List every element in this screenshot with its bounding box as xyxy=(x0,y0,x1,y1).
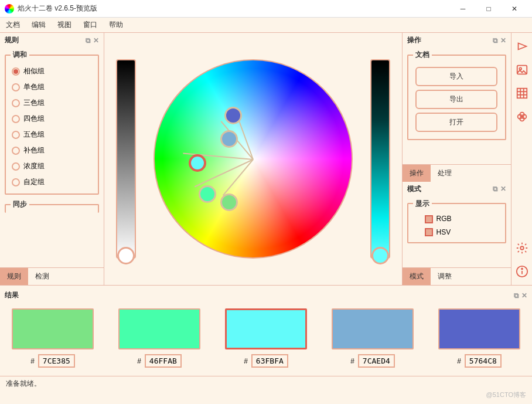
close-panel-icon[interactable]: ✕ xyxy=(500,185,506,193)
close-panel-icon[interactable]: ✕ xyxy=(521,291,527,300)
image-tool-icon[interactable] xyxy=(514,62,530,77)
slider-thumb[interactable] xyxy=(117,247,135,264)
radio-icon xyxy=(12,67,20,76)
radio-icon xyxy=(12,131,20,139)
info-icon[interactable] xyxy=(514,264,530,279)
checkbox-icon xyxy=(425,215,433,223)
radio-icon xyxy=(12,115,20,123)
left-tabs: 规则 检测 xyxy=(0,267,104,285)
hsv-checkbox[interactable]: HSV xyxy=(413,226,501,239)
app-logo-icon xyxy=(5,4,14,13)
harmony-legend: 调和 xyxy=(11,50,29,60)
swatch-color[interactable] xyxy=(12,308,94,349)
saturation-slider[interactable] xyxy=(370,59,390,259)
harmony-option-1[interactable]: 单色组 xyxy=(11,79,93,95)
swatch-color[interactable] xyxy=(438,308,520,349)
swatch[interactable]: #5764C8 xyxy=(438,308,520,368)
harmony-group: 调和 相似组 单色组 三色组 四色组 五色组 补色组 浓度组 自定组 xyxy=(5,50,99,195)
radio-icon xyxy=(12,99,20,107)
display-legend: 显示 xyxy=(413,199,432,209)
results-title: 结果 xyxy=(5,290,19,300)
color-wheel-area xyxy=(104,33,402,285)
color-node[interactable] xyxy=(199,185,216,203)
menu-help[interactable]: 帮助 xyxy=(109,20,123,30)
harmony-option-5[interactable]: 补色组 xyxy=(11,142,93,158)
display-group: 显示 RGB HSV xyxy=(407,199,507,244)
hex-row: #46FFAB xyxy=(137,354,182,368)
checkbox-icon xyxy=(425,228,433,236)
float-icon[interactable]: ⧉ xyxy=(86,36,91,45)
menu-window[interactable]: 窗口 xyxy=(83,20,97,30)
mode-tabs: 模式 调整 xyxy=(403,267,511,285)
menu-edit[interactable]: 编辑 xyxy=(32,20,46,30)
grid-tool-icon[interactable] xyxy=(514,86,530,101)
triangle-tool-icon[interactable] xyxy=(514,39,530,54)
swatch[interactable]: #63FBFA xyxy=(225,308,307,368)
harmony-option-7[interactable]: 自定组 xyxy=(11,174,93,190)
close-panel-icon[interactable]: ✕ xyxy=(500,36,506,45)
status-bar: 准备就绪。 xyxy=(0,376,532,391)
swatch-color[interactable] xyxy=(118,308,200,349)
color-node[interactable] xyxy=(220,193,238,211)
tab-process[interactable]: 处理 xyxy=(431,165,459,182)
tab-rules[interactable]: 规则 xyxy=(0,268,28,285)
swatch[interactable]: #7CE385 xyxy=(12,308,94,368)
slider-thumb[interactable] xyxy=(371,247,389,264)
mode-title: 模式 xyxy=(407,184,421,194)
minimize-button[interactable]: ─ xyxy=(450,1,476,17)
import-button[interactable]: 导入 xyxy=(415,67,497,86)
rules-panel: 规则⧉✕ 调和 相似组 单色组 三色组 四色组 五色组 补色组 浓度组 自定组 … xyxy=(0,33,104,285)
hex-value[interactable]: 63FBFA xyxy=(251,354,288,368)
harmony-option-6[interactable]: 浓度组 xyxy=(11,158,93,174)
open-button[interactable]: 打开 xyxy=(415,113,497,132)
swatch-row: #7CE385 #46FFAB #63FBFA #7CAED4 #5764C8 xyxy=(0,303,532,374)
title-bar: 焰火十二卷 v2.6.5-预览版 ─ □ ✕ xyxy=(0,0,532,18)
hex-value[interactable]: 5764C8 xyxy=(465,354,502,368)
hex-row: #7CAED4 xyxy=(350,354,395,368)
float-icon[interactable]: ⧉ xyxy=(493,185,498,193)
flower-tool-icon[interactable] xyxy=(514,109,530,124)
swatch-color[interactable] xyxy=(332,308,414,349)
color-node-selected[interactable] xyxy=(189,154,206,172)
radio-icon xyxy=(12,178,20,186)
color-wheel[interactable] xyxy=(154,59,353,259)
float-icon[interactable]: ⧉ xyxy=(514,291,519,300)
svg-rect-3 xyxy=(517,89,527,99)
hex-value[interactable]: 7CE385 xyxy=(38,354,75,368)
menu-file[interactable]: 文档 xyxy=(6,20,20,30)
swatch-color[interactable] xyxy=(225,308,307,349)
tab-detect[interactable]: 检测 xyxy=(28,268,56,285)
close-button[interactable]: ✕ xyxy=(502,1,527,17)
tab-mode[interactable]: 模式 xyxy=(403,268,431,285)
hex-value[interactable]: 7CAED4 xyxy=(358,354,395,368)
lightness-slider[interactable] xyxy=(116,59,136,259)
svg-point-2 xyxy=(519,67,521,70)
settings-icon[interactable] xyxy=(514,240,530,256)
right-toolbar xyxy=(511,33,532,285)
harmony-option-3[interactable]: 四色组 xyxy=(11,111,93,127)
color-node[interactable] xyxy=(224,107,242,124)
sync-group: 同步 xyxy=(5,199,99,213)
rgb-checkbox[interactable]: RGB xyxy=(413,212,501,226)
tab-ops[interactable]: 操作 xyxy=(403,165,431,182)
export-button[interactable]: 导出 xyxy=(415,90,497,109)
harmony-option-0[interactable]: 相似组 xyxy=(11,63,93,79)
results-panel: 结果⧉✕ #7CE385 #46FFAB #63FBFA #7CAED4 #57… xyxy=(0,285,532,376)
menu-bar: 文档 编辑 视图 窗口 帮助 xyxy=(0,18,532,33)
hex-value[interactable]: 46FFAB xyxy=(145,354,182,368)
tab-adjust[interactable]: 调整 xyxy=(431,268,459,285)
maximize-button[interactable]: □ xyxy=(476,1,502,17)
hex-row: #63FBFA xyxy=(244,354,288,368)
float-icon[interactable]: ⧉ xyxy=(493,36,498,45)
doc-legend: 文档 xyxy=(413,50,432,60)
color-node[interactable] xyxy=(220,130,238,148)
window-title: 焰火十二卷 v2.6.5-预览版 xyxy=(18,4,450,13)
menu-view[interactable]: 视图 xyxy=(57,20,71,30)
swatch[interactable]: #46FFAB xyxy=(118,308,200,368)
close-panel-icon[interactable]: ✕ xyxy=(93,36,99,45)
harmony-option-2[interactable]: 三色组 xyxy=(11,95,93,111)
swatch[interactable]: #7CAED4 xyxy=(332,308,414,368)
harmony-option-4[interactable]: 五色组 xyxy=(11,127,93,142)
radio-icon xyxy=(12,83,20,91)
svg-point-12 xyxy=(520,246,524,250)
